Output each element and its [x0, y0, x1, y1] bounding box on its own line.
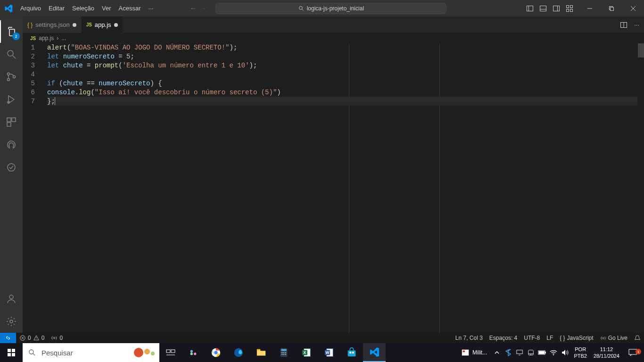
status-cursor[interactable]: Ln 7, Col 3	[452, 335, 486, 341]
command-center[interactable]: logica-js-projeto_inicial	[215, 3, 446, 14]
svg-rect-74	[517, 350, 522, 354]
wifi-icon[interactable]	[548, 343, 559, 362]
breadcrumb-sep: ›	[57, 35, 58, 41]
status-problems[interactable]: 0 0	[16, 335, 48, 341]
svg-point-21	[13, 76, 16, 78]
svg-rect-2	[527, 6, 533, 11]
chrome-icon[interactable]	[205, 343, 227, 362]
tab-app-js[interactable]: JS app.js	[82, 16, 123, 33]
taskbar-search[interactable]: Pesquisar	[23, 343, 159, 362]
svg-rect-47	[166, 350, 170, 353]
store-icon[interactable]	[340, 343, 363, 362]
file-explorer-icon[interactable]	[250, 343, 272, 362]
nav-back-icon[interactable]: ←	[190, 5, 196, 12]
activity-account[interactable]	[0, 288, 23, 310]
word-icon[interactable]: W	[318, 343, 340, 362]
activity-bar: 2	[0, 16, 23, 333]
volume-icon[interactable]	[560, 343, 570, 362]
warning-icon	[33, 335, 40, 341]
activity-source-control[interactable]	[0, 66, 23, 88]
activity-github[interactable]	[0, 133, 23, 156]
clock[interactable]: 11:12 28/11/2024	[591, 346, 622, 359]
layout-sidebar-left-icon[interactable]	[526, 5, 534, 12]
status-eol[interactable]: LF	[543, 335, 556, 341]
nav-arrows: ← →	[190, 5, 206, 12]
activity-search[interactable]	[0, 43, 23, 66]
svg-point-50	[190, 349, 198, 357]
code-editor[interactable]: 1234567 alert("BOAS-VINDAS AO JOGO DO NÚ…	[23, 43, 644, 333]
json-icon: { }	[27, 22, 33, 28]
svg-rect-6	[553, 6, 560, 11]
monitor-icon[interactable]	[514, 343, 525, 362]
tray-chevron-icon[interactable]	[492, 343, 502, 362]
code-content[interactable]: alert("BOAS-VINDAS AO JOGO DO NÚMERO SEC…	[47, 43, 644, 333]
search-highlight-icon	[133, 346, 157, 358]
status-bar: 0 0 0 Ln 7, Col 3 Espaços: 4 UTF-8 LF { …	[0, 333, 644, 343]
layout-customize-icon[interactable]	[566, 5, 573, 12]
activity-settings[interactable]	[0, 310, 23, 333]
status-encoding[interactable]: UTF-8	[520, 335, 543, 341]
layout-icons	[520, 5, 579, 12]
activity-extensions[interactable]	[0, 111, 23, 133]
nav-forward-icon[interactable]: →	[200, 5, 206, 12]
js-icon: JS	[30, 36, 36, 41]
more-actions-icon[interactable]: ···	[634, 21, 639, 28]
js-icon: JS	[86, 22, 92, 27]
touchpad-icon[interactable]	[526, 343, 536, 362]
svg-rect-54	[257, 349, 260, 351]
status-ports[interactable]: 0	[48, 335, 66, 341]
svg-point-45	[144, 349, 150, 354]
excel-icon[interactable]: X	[295, 343, 318, 362]
task-view-icon[interactable]	[159, 343, 182, 362]
menu-overflow[interactable]: ···	[145, 2, 157, 15]
svg-point-17	[8, 50, 13, 56]
copilot-icon[interactable]	[182, 343, 205, 362]
layout-panel-icon[interactable]	[539, 5, 547, 12]
svg-point-44	[134, 348, 143, 357]
news-widget[interactable]: Milit...	[457, 348, 491, 357]
calculator-icon[interactable]	[272, 343, 295, 362]
status-golive[interactable]: Go Live	[597, 335, 631, 341]
svg-point-46	[151, 352, 155, 355]
svg-point-27	[9, 295, 13, 299]
status-notifications[interactable]	[631, 335, 644, 341]
battery-icon[interactable]	[537, 343, 547, 362]
breadcrumb[interactable]: JS app.js › ...	[23, 33, 644, 43]
language-indicator[interactable]: POR PTB2	[571, 346, 590, 359]
remote-button[interactable]	[0, 333, 16, 343]
svg-rect-23	[7, 118, 11, 122]
taskbar-pinned: X W	[159, 343, 386, 362]
tab-settings-json[interactable]: { } settings.json	[23, 16, 82, 33]
window-controls	[579, 0, 644, 16]
menu-acessar[interactable]: Acessar	[115, 2, 145, 15]
edge-icon[interactable]	[227, 343, 250, 362]
dirty-indicator-icon	[114, 23, 118, 27]
activity-explorer[interactable]: 2	[0, 20, 23, 43]
split-editor-icon[interactable]	[620, 21, 627, 29]
svg-point-62	[285, 354, 286, 355]
status-language[interactable]: { } JavaScript	[556, 335, 596, 341]
windows-taskbar: Pesquisar X W Milit... POR PTB2	[0, 343, 644, 362]
svg-point-20	[8, 79, 10, 81]
bluetooth-icon[interactable]	[503, 343, 513, 362]
svg-rect-56	[281, 349, 287, 351]
vscode-taskbar-icon[interactable]	[363, 343, 386, 362]
minimap[interactable]	[637, 43, 644, 333]
activity-testing[interactable]	[0, 156, 23, 179]
minimize-button[interactable]	[579, 0, 601, 16]
svg-point-37	[603, 337, 604, 338]
close-button[interactable]	[622, 0, 644, 16]
menu-selecao[interactable]: Seleção	[68, 2, 98, 15]
svg-rect-14	[611, 7, 614, 10]
menu-editar[interactable]: Editar	[45, 2, 68, 15]
action-center-icon[interactable]: 1	[623, 349, 642, 356]
menu-ver[interactable]: Ver	[98, 2, 115, 15]
status-spaces[interactable]: Espaços: 4	[486, 335, 520, 341]
dirty-indicator-icon	[73, 23, 76, 27]
svg-point-28	[10, 320, 13, 323]
layout-sidebar-right-icon[interactable]	[553, 5, 560, 12]
start-button[interactable]	[0, 343, 23, 362]
menu-arquivo[interactable]: Arquivo	[17, 2, 45, 15]
maximize-button[interactable]	[601, 0, 622, 16]
activity-run-debug[interactable]	[0, 88, 23, 111]
